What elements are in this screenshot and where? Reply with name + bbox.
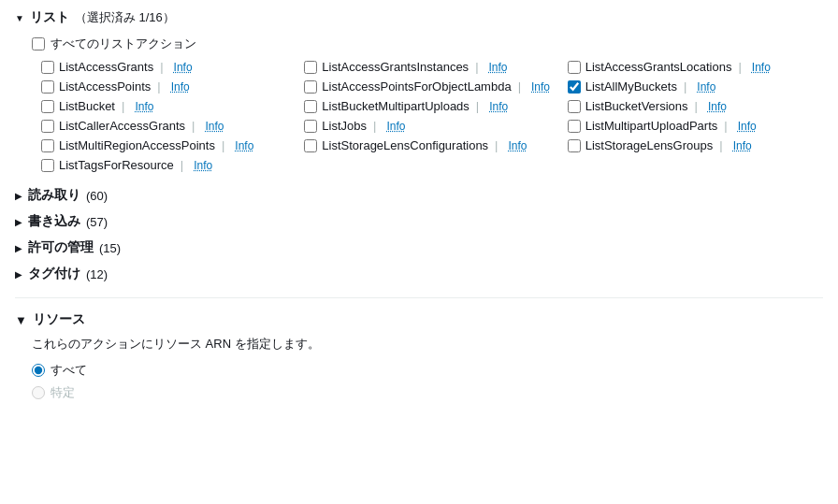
list-item-listmultipartuploadparts: ListMultipartUploadParts|Info	[568, 119, 823, 133]
label-listbucketmultipartuploads[interactable]: ListBucketMultipartUploads	[322, 99, 470, 113]
info-link-listtagsforresource[interactable]: Info	[194, 159, 212, 172]
label-listjobs[interactable]: ListJobs	[322, 119, 367, 133]
label-listmultipartuploadparts[interactable]: ListMultipartUploadParts	[585, 119, 718, 133]
label-listaccessgrantslocations[interactable]: ListAccessGrantsLocations	[585, 60, 732, 74]
resources-section: ▼ リソース これらのアクションにリソース ARN を指定します。 すべて特定	[15, 311, 823, 401]
list-item-listaccessgrantslocations: ListAccessGrantsLocations|Info	[568, 60, 823, 74]
resources-description: これらのアクションにリソース ARN を指定します。	[32, 336, 823, 353]
collapsed-section-tags[interactable]: ▶タグ付け (12)	[15, 264, 823, 284]
arrow-permissions: ▶	[15, 243, 22, 253]
section-title-tags: タグ付け	[28, 266, 80, 282]
label-listbucketversions[interactable]: ListBucketVersions	[585, 99, 688, 113]
checkbox-listaccessgrants[interactable]	[41, 61, 54, 74]
arrow-tags: ▶	[15, 269, 22, 280]
checkbox-listbucketmultipartuploads[interactable]	[304, 100, 317, 113]
info-link-listaccessgrantslocations[interactable]: Info	[752, 61, 771, 74]
list-item-listaccessgrantsinstances: ListAccessGrantsInstances|Info	[304, 60, 559, 74]
list-item-listaccesspointsforobjectlambda: ListAccessPointsForObjectLambda|Info	[304, 79, 559, 94]
list-section-header[interactable]: ▼ リスト （選択済み 1/16）	[15, 9, 823, 26]
list-item-listcalleraccessgrants: ListCallerAccessGrants|Info	[41, 119, 296, 133]
section-title-permissions: 許可の管理	[28, 239, 94, 256]
list-item-listmultiregionaccesspoints: ListMultiRegionAccessPoints|Info	[41, 138, 296, 152]
info-link-listaccessgrants[interactable]: Info	[174, 61, 193, 74]
info-link-liststoragelensgroups[interactable]: Info	[733, 139, 752, 152]
radio-item-all: すべて	[32, 362, 823, 379]
label-listmultiregionaccesspoints[interactable]: ListMultiRegionAccessPoints	[59, 138, 215, 152]
list-items-grid: ListAccessGrants|InfoListAccessGrantsIns…	[41, 60, 823, 172]
label-listaccesspointsforobjectlambda[interactable]: ListAccessPointsForObjectLambda	[322, 79, 511, 94]
checkbox-listjobs[interactable]	[304, 120, 317, 133]
checkbox-listbucketversions[interactable]	[568, 100, 581, 113]
list-item-listbucketversions: ListBucketVersions|Info	[568, 99, 823, 113]
info-link-listjobs[interactable]: Info	[386, 120, 405, 133]
resources-title: リソース	[33, 311, 85, 328]
checkbox-listmultiregionaccesspoints[interactable]	[41, 139, 54, 152]
checkbox-listaccesspoints[interactable]	[41, 80, 54, 94]
separator: |	[181, 158, 183, 172]
label-listcalleraccessgrants[interactable]: ListCallerAccessGrants	[59, 119, 185, 133]
radio-all[interactable]	[32, 364, 45, 377]
select-all-row: すべてのリストアクション	[32, 36, 823, 52]
info-link-listbucket[interactable]: Info	[135, 100, 153, 113]
list-item-listallmybuckets: ListAllMyBuckets|Info	[568, 79, 823, 94]
separator: |	[684, 79, 686, 94]
info-link-listaccesspointsforobjectlambda[interactable]: Info	[531, 80, 550, 94]
list-item-listtagsforresource: ListTagsForResource|Info	[41, 158, 296, 172]
checkbox-listmultipartuploadparts[interactable]	[568, 120, 581, 133]
info-link-listbucketmultipartuploads[interactable]: Info	[489, 100, 508, 113]
label-listallmybuckets[interactable]: ListAllMyBuckets	[585, 79, 677, 94]
label-liststoragelensgroups[interactable]: ListStorageLensGroups	[585, 138, 714, 152]
radio-label-specific: 特定	[51, 384, 75, 401]
arrow-write: ▶	[15, 217, 22, 227]
collapsed-section-permissions[interactable]: ▶許可の管理 (15)	[15, 238, 823, 258]
resources-arrow: ▼	[15, 313, 27, 327]
label-liststoragelensconfigurations[interactable]: ListStorageLensConfigurations	[322, 138, 488, 152]
separator: |	[724, 119, 727, 133]
list-item-listaccessgrants: ListAccessGrants|Info	[41, 60, 296, 74]
checkbox-listcalleraccessgrants[interactable]	[41, 120, 54, 133]
section-count-permissions: (15)	[99, 241, 121, 255]
info-link-listaccessgrantsinstances[interactable]: Info	[489, 61, 508, 74]
info-link-listmultiregionaccesspoints[interactable]: Info	[235, 139, 253, 152]
separator: |	[222, 138, 224, 152]
label-listtagsforresource[interactable]: ListTagsForResource	[59, 158, 174, 172]
info-link-listbucketversions[interactable]: Info	[708, 100, 727, 113]
info-link-listcalleraccessgrants[interactable]: Info	[206, 120, 224, 133]
label-listbucket[interactable]: ListBucket	[59, 99, 115, 113]
resource-radio-group: すべて特定	[32, 362, 823, 401]
checkbox-listallmybuckets[interactable]	[568, 80, 581, 94]
checkbox-listaccessgrantsinstances[interactable]	[304, 61, 317, 74]
section-divider	[15, 297, 823, 298]
separator: |	[160, 60, 163, 74]
label-listaccessgrants[interactable]: ListAccessGrants	[59, 60, 153, 74]
section-title-write: 書き込み	[28, 213, 80, 230]
radio-label-all[interactable]: すべて	[51, 362, 87, 379]
checkbox-liststoragelensconfigurations[interactable]	[304, 139, 317, 152]
collapsed-sections: ▶読み取り (60)▶書き込み (57)▶許可の管理 (15)▶タグ付け (12…	[15, 185, 823, 284]
separator: |	[157, 79, 160, 94]
collapsed-section-read[interactable]: ▶読み取り (60)	[15, 185, 823, 206]
separator: |	[495, 138, 498, 152]
separator: |	[475, 60, 478, 74]
checkbox-listbucket[interactable]	[41, 100, 54, 113]
info-link-liststoragelensconfigurations[interactable]: Info	[509, 139, 527, 152]
list-item-listbucketmultipartuploads: ListBucketMultipartUploads|Info	[304, 99, 559, 113]
info-link-listaccesspoints[interactable]: Info	[171, 80, 190, 94]
collapsed-section-write[interactable]: ▶書き込み (57)	[15, 211, 823, 232]
list-item-liststoragelensgroups: ListStorageLensGroups|Info	[568, 138, 823, 152]
resources-section-header[interactable]: ▼ リソース	[15, 311, 823, 328]
checkbox-liststoragelensgroups[interactable]	[568, 139, 581, 152]
list-section-count: （選択済み 1/16）	[75, 9, 175, 26]
checkbox-listtagsforresource[interactable]	[41, 159, 54, 172]
section-count-write: (57)	[86, 215, 108, 229]
info-link-listmultipartuploadparts[interactable]: Info	[738, 120, 757, 133]
info-link-listallmybuckets[interactable]: Info	[697, 80, 715, 94]
select-all-checkbox[interactable]	[32, 37, 45, 50]
checkbox-listaccessgrantslocations[interactable]	[568, 61, 581, 74]
arrow-read: ▶	[15, 191, 22, 201]
label-listaccesspoints[interactable]: ListAccessPoints	[59, 79, 151, 94]
checkbox-listaccesspointsforobjectlambda[interactable]	[304, 80, 317, 94]
separator: |	[695, 99, 698, 113]
label-listaccessgrantsinstances[interactable]: ListAccessGrantsInstances	[322, 60, 469, 74]
select-all-label[interactable]: すべてのリストアクション	[51, 36, 196, 52]
